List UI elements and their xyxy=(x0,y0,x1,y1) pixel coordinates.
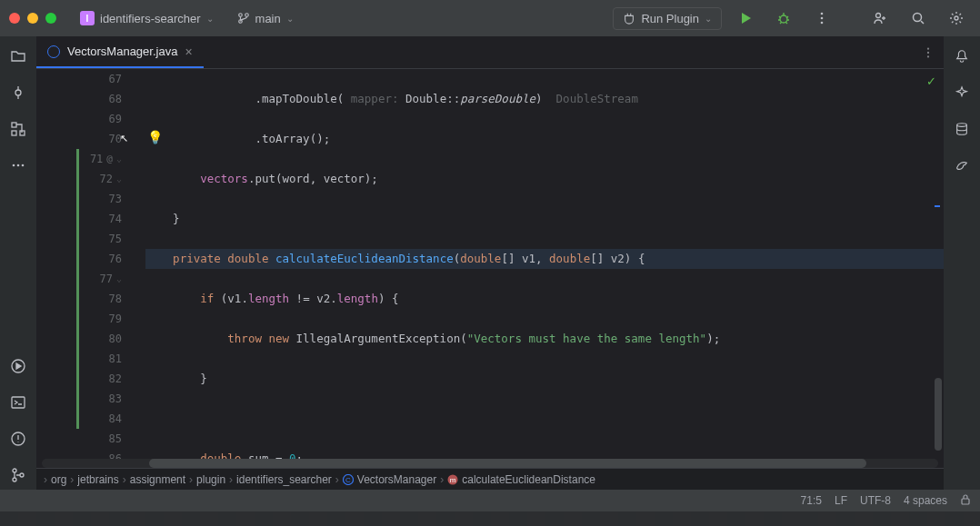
tab-filename: VectorsManager.java xyxy=(67,45,177,58)
svg-point-22 xyxy=(20,473,24,477)
tab-more-button[interactable] xyxy=(913,36,944,68)
svg-point-6 xyxy=(821,22,824,25)
svg-point-7 xyxy=(876,14,881,18)
left-tool-rail xyxy=(0,36,36,490)
breadcrumb-item[interactable]: plugin xyxy=(196,473,225,486)
svg-point-24 xyxy=(927,51,929,53)
notifications-tool-button[interactable] xyxy=(947,42,976,71)
svg-point-4 xyxy=(821,13,824,15)
window-controls xyxy=(9,13,56,24)
code-editor[interactable]: ✓ 67 68 69 70 71@⌄ 72⌄ 73 74 75 76 77⌄ 7… xyxy=(36,69,944,459)
breadcrumb-bar: ›org ›jetbrains ›assignment ›plugin ›ide… xyxy=(36,468,944,490)
svg-point-16 xyxy=(22,164,25,167)
svg-point-20 xyxy=(13,469,16,472)
status-bar: 71:5 LF UTF-8 4 spaces xyxy=(0,490,980,511)
vcs-branch-selector[interactable]: main ⌄ xyxy=(230,8,301,29)
readonly-toggle[interactable] xyxy=(960,494,971,508)
chevron-down-icon: ⌄ xyxy=(286,14,294,24)
debug-button[interactable] xyxy=(769,4,798,33)
svg-point-25 xyxy=(927,55,929,57)
breadcrumb-item[interactable]: jetbrains xyxy=(77,473,118,486)
minimize-window-button[interactable] xyxy=(27,13,38,24)
code-with-me-button[interactable] xyxy=(865,4,895,33)
maximize-window-button[interactable] xyxy=(45,13,56,24)
project-icon: I xyxy=(80,11,95,25)
class-icon: C xyxy=(343,474,354,485)
breadcrumb-item[interactable]: org xyxy=(51,473,66,486)
svg-point-3 xyxy=(780,15,787,23)
svg-point-0 xyxy=(238,14,242,17)
gradle-tool-button[interactable] xyxy=(947,151,976,180)
ai-assistant-tool-button[interactable] xyxy=(947,78,976,107)
line-number-gutter[interactable]: 67 68 69 70 71@⌄ 72⌄ 73 74 75 76 77⌄ 78 … xyxy=(36,69,127,459)
structure-tool-button[interactable] xyxy=(4,114,33,144)
svg-point-30 xyxy=(957,124,967,127)
method-icon: m xyxy=(447,474,458,485)
search-everywhere-button[interactable] xyxy=(904,4,933,33)
svg-rect-11 xyxy=(12,123,16,127)
editor-tabs: VectorsManager.java × xyxy=(36,36,944,69)
svg-text:C: C xyxy=(345,476,351,484)
project-tool-button[interactable] xyxy=(4,42,33,71)
run-configuration-selector[interactable]: Run Plugin ⌄ xyxy=(613,7,722,30)
close-tab-button[interactable]: × xyxy=(185,45,192,59)
branch-name: main xyxy=(255,12,281,25)
terminal-tool-button[interactable] xyxy=(4,388,33,417)
database-tool-button[interactable] xyxy=(947,114,976,144)
plugin-icon xyxy=(623,12,635,25)
svg-point-9 xyxy=(955,16,958,20)
svg-text:m: m xyxy=(450,476,456,484)
svg-rect-31 xyxy=(962,499,969,504)
breadcrumb-item[interactable]: identifiers_searcher xyxy=(236,473,332,486)
svg-point-10 xyxy=(15,90,21,95)
editor-tab[interactable]: VectorsManager.java × xyxy=(36,36,204,68)
right-tool-rail xyxy=(944,36,980,490)
more-actions-button[interactable] xyxy=(807,4,836,33)
svg-point-21 xyxy=(13,478,16,481)
project-name: identifiers-searcher xyxy=(100,12,201,25)
run-tool-button[interactable] xyxy=(4,352,33,381)
close-window-button[interactable] xyxy=(9,13,20,24)
run-config-name: Run Plugin xyxy=(641,12,699,25)
code-content[interactable]: .mapToDouble( mapper: Double::parseDoubl… xyxy=(127,69,944,459)
breadcrumb-item[interactable]: assignment xyxy=(130,473,185,486)
svg-point-2 xyxy=(245,14,248,17)
project-selector[interactable]: I identifiers-searcher ⌄ xyxy=(73,7,221,29)
breadcrumb-item[interactable]: calculateEuclideanDistance xyxy=(462,473,595,486)
svg-point-23 xyxy=(927,47,929,49)
svg-point-15 xyxy=(17,164,20,167)
vcs-change-marker xyxy=(76,149,79,429)
problems-tool-button[interactable] xyxy=(4,424,33,453)
commit-tool-button[interactable] xyxy=(4,78,33,107)
svg-point-14 xyxy=(13,164,15,167)
line-separator[interactable]: LF xyxy=(835,494,847,507)
chevron-down-icon: ⌄ xyxy=(705,14,712,24)
breadcrumb-item[interactable]: VectorsManager xyxy=(357,473,436,486)
run-button[interactable] xyxy=(731,4,760,33)
svg-rect-12 xyxy=(12,131,16,135)
more-tools-button[interactable] xyxy=(4,151,33,180)
indent-setting[interactable]: 4 spaces xyxy=(904,494,947,507)
horizontal-scrollbar[interactable] xyxy=(42,459,938,468)
chevron-down-icon: ⌄ xyxy=(206,14,214,24)
editor-area: VectorsManager.java × ✓ 67 68 69 70 71@⌄… xyxy=(36,36,944,490)
svg-point-5 xyxy=(821,17,824,20)
svg-point-8 xyxy=(914,14,922,22)
file-encoding[interactable]: UTF-8 xyxy=(860,494,891,507)
vertical-scrollbar-thumb[interactable] xyxy=(935,378,942,451)
settings-button[interactable] xyxy=(942,4,971,33)
titlebar: I identifiers-searcher ⌄ main ⌄ Run Plug… xyxy=(0,0,980,36)
horizontal-scrollbar-thumb[interactable] xyxy=(149,459,866,468)
class-file-icon xyxy=(47,45,60,58)
caret-position[interactable]: 71:5 xyxy=(801,494,822,507)
vcs-tool-button[interactable] xyxy=(4,461,33,490)
branch-icon xyxy=(237,12,250,25)
